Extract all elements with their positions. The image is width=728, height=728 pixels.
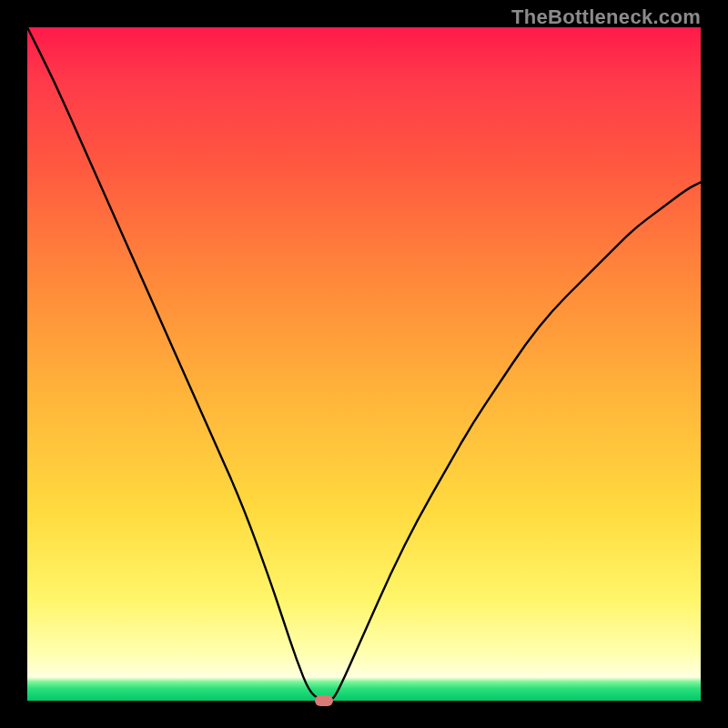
- minimum-marker: [315, 695, 333, 706]
- chart-frame: TheBottleneck.com: [0, 0, 728, 728]
- watermark-text: TheBottleneck.com: [511, 5, 701, 29]
- bottleneck-curve: [27, 27, 701, 701]
- plot-area: [27, 27, 701, 701]
